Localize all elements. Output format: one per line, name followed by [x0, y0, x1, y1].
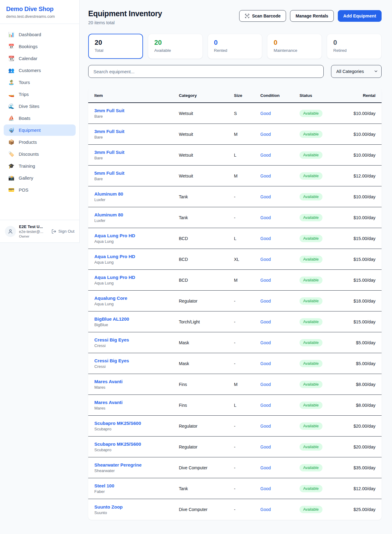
table-row: Cressi Big Eyes Cressi Mask - Good Avail…: [88, 353, 382, 374]
condition-link[interactable]: Good: [260, 444, 300, 449]
search-input[interactable]: [88, 65, 324, 78]
condition-link[interactable]: Good: [260, 194, 300, 199]
items-total-count: 20 items total: [88, 20, 162, 25]
table-row: Aqua Lung Pro HD Aqua Lung BCD L Good Av…: [88, 228, 382, 249]
discounts-icon: 🏷️: [8, 152, 15, 157]
condition-link[interactable]: Good: [260, 465, 300, 470]
stat-card-retired[interactable]: 0 Retired: [327, 34, 382, 59]
rental-price: $20.00/day: [353, 444, 375, 449]
condition-link[interactable]: Good: [260, 507, 300, 512]
stat-card-total[interactable]: 20 Total: [88, 34, 143, 59]
sidebar-item-label: POS: [19, 187, 28, 193]
status-badge: Available: [300, 506, 322, 513]
category-cell: Regulator: [179, 299, 234, 303]
sidebar-item-bookings[interactable]: 📅 Bookings: [4, 41, 76, 52]
status-badge: Available: [300, 131, 322, 138]
size-cell: -: [234, 444, 260, 449]
condition-link[interactable]: Good: [260, 215, 300, 220]
item-name-link[interactable]: Suunto Zoop: [94, 504, 179, 509]
sidebar: Demo Dive Shop demo.test.divestreams.com…: [0, 0, 80, 243]
condition-link[interactable]: Good: [260, 153, 300, 158]
status-badge: Available: [300, 277, 322, 284]
condition-link[interactable]: Good: [260, 382, 300, 387]
condition-link[interactable]: Good: [260, 111, 300, 116]
item-name-link[interactable]: Scubapro MK25/S600: [94, 421, 179, 426]
item-name-link[interactable]: Aqua Lung Pro HD: [94, 275, 179, 280]
sidebar-item-tours[interactable]: 🏝️ Tours: [4, 77, 76, 88]
sidebar-item-dashboard[interactable]: 📊 Dashboard: [4, 29, 76, 40]
user-icon: [8, 229, 13, 234]
rental-price: $8.00/day: [356, 403, 375, 408]
add-equipment-label: Add Equipment: [343, 13, 376, 18]
item-name-link[interactable]: Aluminum 80: [94, 212, 179, 217]
sidebar-item-calendar[interactable]: 📆 Calendar: [4, 53, 76, 64]
stat-card-rented[interactable]: 0 Rented: [208, 34, 262, 59]
size-cell: -: [234, 486, 260, 491]
sign-out-icon: [51, 229, 56, 234]
item-name-link[interactable]: Cressi Big Eyes: [94, 337, 179, 342]
item-name-link[interactable]: Mares Avanti: [94, 379, 179, 384]
item-name-link[interactable]: 3mm Full Suit: [94, 108, 179, 113]
size-cell: -: [234, 299, 260, 303]
status-badge: Available: [300, 256, 322, 263]
sidebar-item-label: Equipment: [19, 128, 41, 133]
condition-link[interactable]: Good: [260, 132, 300, 137]
sidebar-item-products[interactable]: 📦 Products: [4, 136, 76, 148]
table-row: Shearwater Peregrine Shearwater Dive Com…: [88, 457, 382, 478]
condition-link[interactable]: Good: [260, 236, 300, 241]
item-name-link[interactable]: Scubapro MK25/S600: [94, 441, 179, 447]
scan-barcode-label: Scan Barcode: [252, 13, 281, 18]
item-name-link[interactable]: 3mm Full Suit: [94, 150, 179, 155]
sidebar-item-boats[interactable]: ⛵ Boats: [4, 113, 76, 124]
item-name-link[interactable]: Steel 100: [94, 483, 179, 488]
user-name: E2E Test U...: [19, 224, 48, 229]
item-name-link[interactable]: 3mm Full Suit: [94, 129, 179, 134]
sidebar-item-pos[interactable]: 💳 POS: [4, 184, 76, 196]
shop-domain: demo.test.divestreams.com: [6, 14, 73, 19]
item-name-link[interactable]: Cressi Big Eyes: [94, 358, 179, 363]
sidebar-item-equipment[interactable]: 🤿 Equipment: [4, 124, 76, 136]
condition-link[interactable]: Good: [260, 278, 300, 283]
condition-link[interactable]: Good: [260, 361, 300, 366]
condition-link[interactable]: Good: [260, 486, 300, 491]
table-header: Item Category Size Condition Status Rent…: [88, 88, 382, 103]
condition-link[interactable]: Good: [260, 257, 300, 262]
sidebar-item-label: Tours: [19, 80, 30, 85]
item-name-link[interactable]: 5mm Full Suit: [94, 170, 179, 176]
sidebar-item-discounts[interactable]: 🏷️ Discounts: [4, 148, 76, 160]
condition-link[interactable]: Good: [260, 424, 300, 429]
column-header-size: Size: [234, 93, 260, 98]
condition-link[interactable]: Good: [260, 174, 300, 178]
products-icon: 📦: [8, 140, 15, 145]
item-name-link[interactable]: Aqualung Core: [94, 296, 179, 301]
user-email: e2e-tester@...: [19, 230, 48, 234]
category-select[interactable]: All Categories: [331, 65, 382, 78]
sidebar-item-dive-sites[interactable]: 🌊 Dive Sites: [4, 101, 76, 112]
sidebar-item-training[interactable]: 🎓 Training: [4, 160, 76, 172]
condition-link[interactable]: Good: [260, 340, 300, 345]
sidebar-item-trips[interactable]: 🚤 Trips: [4, 89, 76, 100]
item-name-link[interactable]: Aluminum 80: [94, 191, 179, 196]
item-name-link[interactable]: Mares Avanti: [94, 400, 179, 405]
sidebar-item-customers[interactable]: 👥 Customers: [4, 65, 76, 76]
stat-card-available[interactable]: 20 Available: [148, 34, 203, 59]
rental-price: $15.00/day: [353, 257, 375, 262]
item-brand: Mares: [94, 385, 179, 390]
rental-price: $25.00/day: [353, 507, 375, 512]
sign-out-button[interactable]: Sign Out: [51, 229, 74, 234]
sidebar-item-gallery[interactable]: 📸 Gallery: [4, 172, 76, 184]
item-name-link[interactable]: Shearwater Peregrine: [94, 462, 179, 467]
item-name-link[interactable]: BigBlue AL1200: [94, 316, 179, 322]
category-cell: BCD: [179, 278, 234, 283]
condition-link[interactable]: Good: [260, 299, 300, 303]
manage-rentals-button[interactable]: Manage Rentals: [290, 10, 334, 22]
item-cell: Mares Avanti Mares: [94, 400, 179, 410]
add-equipment-button[interactable]: Add Equipment: [338, 10, 382, 22]
item-name-link[interactable]: Aqua Lung Pro HD: [94, 254, 179, 259]
scan-barcode-button[interactable]: Scan Barcode: [239, 10, 286, 22]
stat-card-maintenance[interactable]: 0 Maintenance: [267, 34, 322, 59]
category-cell: Wetsuit: [179, 132, 234, 137]
condition-link[interactable]: Good: [260, 403, 300, 408]
condition-link[interactable]: Good: [260, 319, 300, 324]
item-name-link[interactable]: Aqua Lung Pro HD: [94, 233, 179, 238]
